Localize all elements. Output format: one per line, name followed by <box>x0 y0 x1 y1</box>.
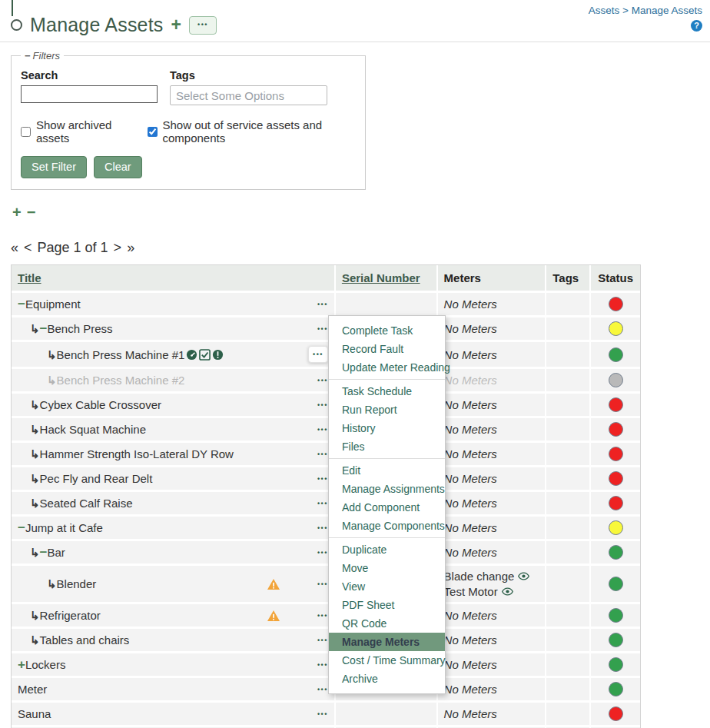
column-header-label[interactable]: Title <box>18 271 41 284</box>
no-meters-label: No Meters <box>444 497 497 510</box>
menu-item-pdf-sheet[interactable]: PDF Sheet <box>329 596 445 614</box>
asset-title[interactable]: Tables and chairs <box>40 633 130 647</box>
set-filter-button[interactable]: Set Filter <box>21 156 87 178</box>
status-badge <box>609 471 623 486</box>
menu-item-add-component[interactable]: Add Component <box>329 498 445 517</box>
asset-title[interactable]: Hack Squat Machine <box>40 423 146 436</box>
row-actions-button[interactable]: ••• <box>317 710 328 718</box>
menu-item-complete-task[interactable]: Complete Task <box>329 321 445 340</box>
menu-item-record-fault[interactable]: Record Fault <box>329 340 445 358</box>
menu-item-manage-meters[interactable]: Manage Meters <box>329 633 445 651</box>
last-page-button[interactable]: » <box>127 240 134 256</box>
status-badge <box>609 706 623 721</box>
asset-title[interactable]: Pec Fly and Rear Delt <box>40 472 153 485</box>
asset-title[interactable]: Blender <box>57 577 97 590</box>
menu-item-history[interactable]: History <box>329 419 445 437</box>
row-actions-button[interactable]: ••• <box>317 549 328 557</box>
menu-item-view[interactable]: View <box>329 577 445 596</box>
show-archived-checkbox[interactable] <box>21 126 31 138</box>
row-actions-button[interactable]: ••• <box>317 301 328 308</box>
row-actions-button[interactable]: ••• <box>317 661 328 669</box>
tags-select-input[interactable] <box>170 85 327 105</box>
asset-title[interactable]: Equipment <box>25 298 81 311</box>
meter-link[interactable]: Test Motor <box>444 585 513 598</box>
row-actions-button[interactable]: ••• <box>317 686 328 693</box>
asset-title[interactable]: Cybex Cable Crossover <box>40 398 161 411</box>
collapse-all-icon[interactable]: − <box>27 204 36 220</box>
menu-item-update-meter-reading[interactable]: Update Meter Reading <box>329 358 445 377</box>
collapse-node-icon[interactable]: − <box>40 546 48 559</box>
menu-item-duplicate[interactable]: Duplicate <box>329 540 445 559</box>
asset-title[interactable]: Bench Press Machine #2 <box>57 374 185 387</box>
asset-title[interactable]: Refrigerator <box>40 609 101 622</box>
menu-item-qr-code[interactable]: QR Code <box>329 614 445 633</box>
add-asset-button[interactable]: + <box>171 16 181 34</box>
breadcrumb[interactable]: Assets > Manage Assets <box>589 5 702 16</box>
header-divider <box>0 42 710 42</box>
asset-title[interactable]: Jump at it Cafe <box>25 521 103 534</box>
clear-filter-button[interactable]: Clear <box>94 156 142 178</box>
row-actions-button[interactable]: ••• <box>317 500 328 507</box>
row-actions-button[interactable]: ••• <box>317 426 328 434</box>
help-icon[interactable]: ? <box>691 20 702 32</box>
menu-item-manage-components[interactable]: Manage Components <box>329 517 445 535</box>
search-input[interactable] <box>21 85 158 103</box>
asset-title[interactable]: Seated Calf Raise <box>40 497 133 510</box>
asset-title[interactable]: Sauna <box>18 707 51 720</box>
prev-page-button[interactable]: < <box>24 240 32 256</box>
asset-title[interactable]: Hammer Strength Iso-Lateral DY Row <box>40 447 234 460</box>
asset-title[interactable]: Bench Press Machine #1 <box>57 348 185 361</box>
collapse-node-icon[interactable]: − <box>18 521 25 534</box>
menu-separator <box>329 458 445 459</box>
branch-arrow-icon: ↳ <box>47 374 57 386</box>
column-header-label[interactable]: Serial Number <box>342 271 420 284</box>
menu-item-manage-assignments[interactable]: Manage Assignments <box>329 480 445 498</box>
meter-link[interactable]: Blade change <box>444 570 530 583</box>
asset-title[interactable]: Bench Press <box>48 322 113 335</box>
row-actions-button[interactable]: ••• <box>308 346 328 363</box>
row-actions-button[interactable]: ••• <box>317 450 328 458</box>
row-actions-button[interactable]: ••• <box>317 637 328 644</box>
asset-title[interactable]: Bar <box>48 546 65 559</box>
collapse-filters-icon[interactable]: − <box>25 50 31 61</box>
asset-title[interactable]: Meter <box>18 683 47 696</box>
show-out-of-service-checkbox-row[interactable]: Show out of service assets and component… <box>148 118 357 145</box>
menu-item-run-report[interactable]: Run Report <box>329 401 445 419</box>
row-actions-button[interactable]: ••• <box>317 377 328 384</box>
page-actions-button[interactable]: ••• <box>189 16 217 35</box>
next-page-button[interactable]: > <box>114 240 122 256</box>
first-page-button[interactable]: « <box>11 240 18 256</box>
asset-title[interactable]: Lockers <box>25 658 66 671</box>
expand-all-icon[interactable]: + <box>12 204 22 220</box>
row-actions-button[interactable]: ••• <box>317 612 328 620</box>
menu-item-edit[interactable]: Edit <box>329 461 445 480</box>
status-cell <box>591 629 640 651</box>
row-actions-button[interactable]: ••• <box>317 524 328 532</box>
collapse-node-icon[interactable]: − <box>40 322 48 335</box>
status-badge <box>609 657 623 672</box>
menu-item-task-schedule[interactable]: Task Schedule <box>329 382 445 401</box>
menu-item-move[interactable]: Move <box>329 559 445 577</box>
expand-node-icon[interactable]: + <box>18 658 25 671</box>
no-meters-label: No Meters <box>444 398 497 411</box>
row-actions-button[interactable]: ••• <box>317 325 328 333</box>
no-meters-label: No Meters <box>444 447 497 460</box>
branch-arrow-icon: ↳ <box>30 547 40 558</box>
page-header: Manage Assets + ••• Assets > Manage Asse… <box>0 0 710 36</box>
row-actions-button[interactable]: ••• <box>317 475 328 483</box>
menu-item-files[interactable]: Files <box>329 437 445 456</box>
show-out-of-service-checkbox[interactable] <box>148 126 158 138</box>
menu-item-cost-time-summary[interactable]: Cost / Time Summary <box>329 651 445 670</box>
checked-box-icon <box>199 349 211 361</box>
menu-item-archive[interactable]: Archive <box>329 670 445 688</box>
manage-assets-page: Manage Assets + ••• Assets > Manage Asse… <box>0 0 710 728</box>
row-actions-button[interactable]: ••• <box>317 580 328 588</box>
tags-cell <box>546 467 591 490</box>
tags-cell <box>546 629 591 651</box>
asset-flag-icons <box>186 349 224 361</box>
show-archived-checkbox-row[interactable]: Show archived assets <box>21 118 132 145</box>
asset-title-cell: ↳Bench Press Machine #2••• <box>12 369 336 391</box>
no-meters-label: No Meters <box>444 609 497 622</box>
collapse-node-icon[interactable]: − <box>18 298 25 311</box>
row-actions-button[interactable]: ••• <box>317 401 328 409</box>
